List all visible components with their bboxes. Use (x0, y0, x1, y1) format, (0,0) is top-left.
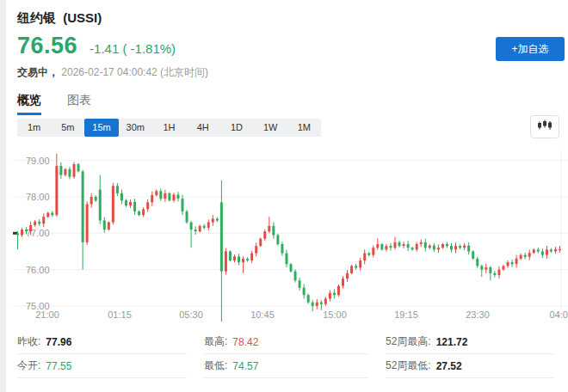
y-axis-label: 78.00 (26, 192, 50, 202)
candle-body (407, 244, 410, 248)
candle-body (433, 246, 435, 250)
candle-body (142, 209, 145, 215)
candle-body (16, 233, 19, 235)
tab-chart[interactable]: 图表 (67, 93, 91, 115)
stat-label: 52周最高: (386, 334, 431, 349)
instrument-title-row: 纽约银 (USSI) (17, 10, 102, 27)
candle-body (398, 242, 401, 246)
candle-body (380, 244, 383, 249)
candle-body (463, 246, 466, 248)
candle-body (502, 266, 504, 269)
candle-body (164, 193, 166, 199)
candle-body (493, 273, 496, 275)
candle-body (272, 226, 275, 236)
candle-body (133, 202, 136, 211)
candle-body (450, 246, 453, 249)
candle-body (376, 244, 379, 248)
candle-body (524, 255, 527, 257)
market-status: 交易中， (17, 66, 59, 78)
stat-item: 今开:77.55 (17, 354, 187, 378)
interval-4h[interactable]: 4H (186, 119, 219, 137)
candle-body (194, 230, 197, 231)
candle-body (541, 251, 544, 254)
candle-body (55, 166, 58, 215)
candle-body (516, 259, 518, 264)
interval-1m[interactable]: 1M (287, 119, 321, 137)
stat-item: 52周最低:27.52 (386, 354, 554, 378)
candle-body (116, 186, 119, 193)
candle-body (99, 190, 102, 221)
candle-body (312, 303, 314, 306)
candle-body (225, 251, 227, 271)
candle-body (259, 239, 262, 246)
candle-body (207, 223, 210, 228)
stat-value: 27.52 (436, 360, 462, 372)
candle-body (46, 213, 49, 217)
interval-5m[interactable]: 5m (51, 119, 84, 137)
candle-body (90, 197, 93, 204)
x-axis-label: 23:30 (466, 309, 490, 320)
candle-body (359, 260, 361, 267)
candle-body (73, 164, 76, 177)
stat-label: 昨收: (17, 334, 40, 349)
stat-item: 最低:74.57 (204, 354, 368, 378)
candle-body (333, 293, 336, 296)
candle-body (342, 279, 344, 285)
candle-body (437, 248, 440, 249)
candle-body (38, 222, 40, 224)
candle-body (246, 259, 249, 260)
stat-item: 52周最高:121.72 (386, 330, 554, 354)
price-change: -1.41 ( -1.81%) (90, 41, 176, 56)
chart-style-button[interactable] (530, 115, 559, 138)
candle-body (403, 244, 405, 246)
candle-body (159, 191, 162, 199)
candle-body (324, 298, 327, 303)
candle-body (416, 244, 418, 249)
candlestick-chart-icon (537, 119, 553, 134)
price-row: 76.56 -1.41 ( -1.81%) (17, 33, 176, 59)
stat-label: 最低: (204, 358, 227, 373)
candle-body (34, 222, 36, 225)
candle-body (350, 266, 353, 273)
candle-body (476, 259, 478, 266)
x-axis-label: 15:00 (323, 309, 347, 320)
candle-body (125, 200, 127, 205)
instrument-name: 纽约银 (17, 10, 56, 25)
candle-body (497, 270, 500, 275)
candle-body (216, 218, 219, 220)
interval-1h[interactable]: 1H (152, 119, 186, 137)
candle-body (459, 246, 461, 248)
x-axis-label: 05:30 (179, 309, 203, 320)
page-left-gutter (0, 0, 6, 392)
candle-body (238, 256, 240, 262)
candle-body (82, 171, 84, 242)
candle-body (528, 253, 531, 257)
interval-30m[interactable]: 30m (119, 119, 152, 137)
stat-value: 78.42 (232, 336, 258, 348)
stat-label: 今开: (17, 358, 40, 373)
candle-body (250, 254, 253, 260)
candle-body (25, 230, 28, 231)
candle-body (220, 202, 223, 271)
candle-body (203, 226, 206, 228)
interval-1m[interactable]: 1m (17, 119, 51, 137)
tab-overview[interactable]: 概览 (17, 93, 41, 115)
candle-body (68, 169, 71, 177)
candle-body (182, 199, 184, 211)
y-axis-label: 79.00 (26, 156, 50, 166)
interval-1w[interactable]: 1W (254, 119, 287, 137)
candlestick-chart[interactable]: 79.0078.0077.0076.0075.0021:0001:1505:30… (13, 150, 568, 326)
candle-body (86, 204, 89, 242)
candle-body (307, 295, 310, 302)
candle-body (276, 235, 279, 244)
add-watchlist-button[interactable]: +加自选 (496, 37, 565, 61)
candle-body (281, 244, 283, 254)
interval-15m[interactable]: 15m (84, 119, 118, 137)
quote-page: 纽约银 (USSI) 76.56 -1.41 ( -1.81%) 交易中， 20… (0, 0, 568, 392)
candle-body (77, 164, 80, 171)
candle-body (346, 273, 349, 279)
candle-body (255, 246, 257, 253)
candle-body (485, 267, 487, 270)
candle-body (489, 267, 491, 273)
interval-1d[interactable]: 1D (219, 119, 253, 137)
